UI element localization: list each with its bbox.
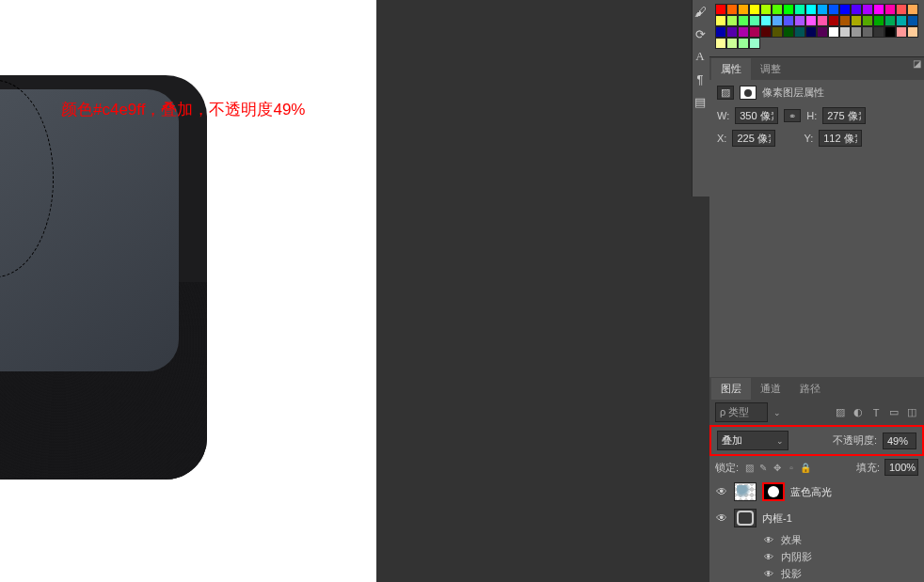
height-input[interactable] bbox=[822, 107, 866, 124]
swatch-color[interactable] bbox=[907, 26, 918, 38]
swatch-color[interactable] bbox=[760, 26, 772, 38]
fill-input[interactable]: 100% bbox=[884, 459, 918, 476]
swatch-color[interactable] bbox=[873, 26, 884, 38]
swatch-color[interactable] bbox=[884, 15, 896, 26]
swatch-color[interactable] bbox=[760, 15, 772, 26]
swatch-color[interactable] bbox=[794, 15, 805, 26]
swatch-color[interactable] bbox=[828, 26, 839, 38]
swatch-color[interactable] bbox=[749, 4, 760, 15]
swatches-menu-icon[interactable]: ◪ bbox=[913, 58, 921, 69]
swatch-color[interactable] bbox=[805, 15, 817, 26]
type-tool-icon[interactable]: A bbox=[693, 45, 708, 68]
swatch-color[interactable] bbox=[772, 26, 783, 38]
swatch-color[interactable] bbox=[749, 15, 760, 26]
swatch-color[interactable] bbox=[738, 26, 749, 38]
tab-layers[interactable]: 图层 bbox=[711, 378, 751, 400]
effect-visibility-icon[interactable]: 👁 bbox=[764, 535, 775, 545]
swatch-color[interactable] bbox=[726, 26, 738, 38]
lock-transparent-icon[interactable]: ▨ bbox=[743, 462, 755, 473]
layer-mask-thumbnail-highlighted[interactable] bbox=[762, 482, 785, 501]
layer-visibility-icon[interactable]: 👁 bbox=[715, 511, 728, 525]
swatch-color[interactable] bbox=[749, 26, 760, 38]
swatch-color[interactable] bbox=[738, 15, 749, 26]
swatch-color[interactable] bbox=[862, 26, 873, 38]
swatches-panel[interactable] bbox=[709, 0, 924, 56]
swatch-color[interactable] bbox=[907, 4, 918, 15]
swatch-color[interactable] bbox=[817, 26, 828, 38]
swatch-color[interactable] bbox=[715, 4, 726, 15]
y-input[interactable] bbox=[819, 130, 862, 147]
tab-properties[interactable]: 属性 bbox=[711, 58, 751, 80]
swatch-color[interactable] bbox=[839, 26, 851, 38]
swatch-color[interactable] bbox=[884, 26, 896, 38]
swatch-color[interactable] bbox=[715, 15, 726, 26]
swatch-color[interactable] bbox=[817, 4, 828, 15]
blend-mode-select[interactable]: 叠加⌄ bbox=[717, 431, 789, 450]
layer-visibility-icon[interactable]: 👁 bbox=[715, 485, 728, 498]
swatch-color[interactable] bbox=[726, 4, 738, 15]
layer-name-label[interactable]: 蓝色高光 bbox=[790, 485, 832, 499]
swatch-color[interactable] bbox=[783, 4, 794, 15]
swatch-color[interactable] bbox=[896, 15, 907, 26]
swatch-color[interactable] bbox=[772, 15, 783, 26]
layer-thumbnail[interactable] bbox=[734, 482, 757, 501]
swatch-color[interactable] bbox=[749, 38, 760, 49]
filter-type-icon[interactable]: T bbox=[869, 406, 883, 419]
swatch-color[interactable] bbox=[873, 4, 884, 15]
swatch-color[interactable] bbox=[828, 4, 839, 15]
swatch-color[interactable] bbox=[783, 15, 794, 26]
swatch-color[interactable] bbox=[726, 15, 738, 26]
layer-effects-row[interactable]: 👁 效果 bbox=[709, 531, 924, 548]
swatch-color[interactable] bbox=[817, 15, 828, 26]
swatch-color[interactable] bbox=[794, 26, 805, 38]
lock-artboard-icon[interactable]: ▫ bbox=[786, 462, 797, 473]
swatch-color[interactable] bbox=[839, 4, 851, 15]
swatch-color[interactable] bbox=[794, 4, 805, 15]
collapsed-tool-strip[interactable]: 🖌 ⟳ A ¶ ▤ bbox=[692, 0, 709, 197]
lock-position-icon[interactable]: ✥ bbox=[772, 462, 783, 473]
swatch-color[interactable] bbox=[772, 4, 783, 15]
swatch-color[interactable] bbox=[805, 26, 817, 38]
tab-paths[interactable]: 路径 bbox=[790, 378, 830, 400]
swatch-color[interactable] bbox=[862, 4, 873, 15]
swatch-color[interactable] bbox=[896, 4, 907, 15]
opacity-input[interactable]: 49% bbox=[883, 433, 916, 449]
canvas-area[interactable]: 颜色#c4e9ff，叠加，不透明度49% bbox=[0, 0, 376, 582]
x-input[interactable] bbox=[732, 130, 775, 147]
layer-effect-drop-shadow[interactable]: 👁 投影 bbox=[709, 565, 924, 582]
filter-adjust-icon[interactable]: ◐ bbox=[852, 406, 865, 419]
filter-smart-icon[interactable]: ◫ bbox=[905, 406, 918, 419]
layer-name-label[interactable]: 内框-1 bbox=[762, 511, 792, 526]
swatch-color[interactable] bbox=[715, 38, 726, 49]
swatch-color[interactable] bbox=[907, 15, 918, 26]
swatch-color[interactable] bbox=[873, 15, 884, 26]
layer-row-inner-frame[interactable]: 👁 内框-1 bbox=[709, 505, 924, 531]
brush-tool-icon[interactable]: 🖌 bbox=[693, 0, 708, 23]
swatch-color[interactable] bbox=[715, 26, 726, 38]
swatch-color[interactable] bbox=[726, 38, 738, 49]
swatch-color[interactable] bbox=[884, 4, 896, 15]
swatch-color[interactable] bbox=[851, 4, 862, 15]
layer-effect-inner-shadow[interactable]: 👁 内阴影 bbox=[709, 548, 924, 565]
swatch-color[interactable] bbox=[828, 15, 839, 26]
lock-all-icon[interactable]: 🔒 bbox=[800, 462, 811, 473]
tab-adjustments[interactable]: 调整 bbox=[751, 58, 790, 80]
swatch-color[interactable] bbox=[783, 26, 794, 38]
swatch-color[interactable] bbox=[738, 38, 749, 49]
history-icon[interactable]: ⟳ bbox=[693, 23, 708, 45]
swatch-color[interactable] bbox=[851, 15, 862, 26]
width-input[interactable] bbox=[735, 107, 778, 124]
chevron-down-icon[interactable]: ⌄ bbox=[773, 408, 781, 417]
filter-image-icon[interactable]: ▨ bbox=[834, 406, 847, 419]
swatch-color[interactable] bbox=[896, 26, 907, 38]
lock-image-icon[interactable]: ✎ bbox=[757, 462, 769, 473]
swatch-color[interactable] bbox=[760, 4, 772, 15]
effect-visibility-icon[interactable]: 👁 bbox=[764, 569, 775, 579]
layer-thumbnail-shape[interactable] bbox=[734, 509, 757, 527]
layer-row-blue-highlight[interactable]: 👁 蓝色高光 bbox=[709, 479, 924, 505]
paragraph-icon[interactable]: ¶ bbox=[693, 68, 708, 90]
swatch-color[interactable] bbox=[862, 15, 873, 26]
swatch-color[interactable] bbox=[738, 4, 749, 15]
layer-filter-select[interactable]: ρ 类型 bbox=[715, 402, 768, 422]
swatch-color[interactable] bbox=[851, 26, 862, 38]
